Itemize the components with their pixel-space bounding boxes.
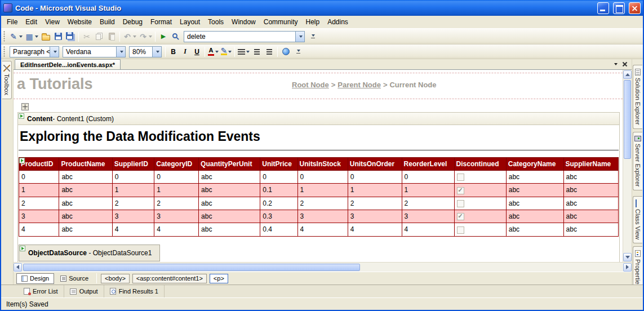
tab-strip-controls	[613, 61, 632, 69]
font-color-button[interactable]: A	[207, 46, 220, 58]
bold-button[interactable]: B	[167, 46, 179, 57]
new-item-button[interactable]	[8, 30, 24, 43]
toolbar-grip[interactable]	[3, 46, 6, 57]
toolbar-combobox[interactable]: delete	[184, 31, 305, 42]
tag-navigator-content[interactable]: <asp:content#content1>	[132, 274, 207, 283]
sidebar-tab-class-view[interactable]: Class View	[633, 196, 642, 243]
design-view-button[interactable]: Design	[16, 273, 54, 284]
combobox-dropdown-button[interactable]	[152, 47, 161, 57]
highlight-color-button[interactable]	[220, 46, 233, 58]
grid-cell: 4	[297, 223, 348, 236]
ods-control-detail: - ObjectDataSource1	[87, 249, 152, 257]
menu-debug[interactable]: Debug	[119, 16, 146, 28]
menu-build[interactable]: Build	[96, 16, 119, 28]
smart-tag-icon[interactable]	[19, 113, 24, 119]
tab-output[interactable]: Output	[64, 285, 104, 297]
document-list-dropdown-icon[interactable]	[614, 63, 618, 65]
vertical-scrollbar-thumb[interactable]	[624, 80, 631, 159]
column-header: ProductName	[59, 158, 112, 171]
tab-error-list[interactable]: Error List	[18, 285, 64, 297]
toolbar-overflow-button[interactable]	[292, 46, 304, 58]
copy-button[interactable]	[93, 30, 105, 43]
content-placeholder-control[interactable]: Content - Content1 (Custom) Exploring th…	[17, 112, 620, 262]
grid-cell: 0.2	[260, 197, 297, 210]
horizontal-scrollbar-thumb[interactable]	[23, 264, 360, 271]
add-item-button[interactable]	[24, 30, 39, 43]
sidebar-tab-solution-explorer[interactable]: Solution Explorer	[633, 65, 642, 129]
menu-format[interactable]: Format	[146, 16, 176, 28]
align-button[interactable]	[237, 46, 251, 58]
horizontal-scrollbar[interactable]	[14, 262, 632, 272]
toolbar-overflow-button[interactable]	[307, 30, 319, 43]
dropdown-caret-icon	[228, 51, 232, 53]
tab-editinsertdelete-aspx[interactable]: EditInsertDele...ionEvents.aspx*	[15, 59, 121, 69]
menu-community[interactable]: Community	[260, 16, 302, 28]
font-name-combobox[interactable]: Verdana	[63, 46, 126, 57]
column-header: UnitPrice	[260, 158, 297, 171]
toolbar-grip[interactable]	[3, 31, 6, 42]
content-control-header[interactable]: Content - Content1 (Custom)	[18, 113, 619, 125]
cut-button[interactable]	[81, 30, 93, 43]
move-handle-icon[interactable]	[21, 103, 29, 110]
menu-window[interactable]: Window	[228, 16, 260, 28]
error-list-icon	[24, 288, 30, 295]
redo-button[interactable]	[137, 30, 153, 43]
menu-view[interactable]: View	[41, 16, 64, 28]
table-row: 3 abc 3 3 abc 0.3 3 3 3	[19, 210, 619, 223]
objectdatasource-control[interactable]: ObjectDataSource - ObjectDataSource1	[19, 245, 160, 261]
grid-cell: 1	[402, 184, 454, 197]
scroll-down-button[interactable]	[623, 253, 632, 261]
menu-website[interactable]: Website	[64, 16, 96, 28]
tag-navigator-p[interactable]: <p>	[210, 274, 228, 283]
numbered-list-button[interactable]	[251, 46, 263, 58]
sidebar-tab-toolbox[interactable]: Toolbox	[2, 61, 12, 99]
scroll-up-button[interactable]	[623, 70, 632, 79]
grid-cell: 3	[112, 210, 154, 223]
smart-tag-icon[interactable]	[19, 158, 25, 163]
combobox-dropdown-button[interactable]	[50, 47, 59, 57]
close-button[interactable]	[629, 2, 641, 14]
masterpage-masthead: a Tutorials Root Node>Parent Node>Curren…	[14, 73, 623, 99]
font-size-combobox[interactable]: 80%	[129, 46, 162, 57]
scroll-left-button[interactable]	[14, 263, 22, 272]
tab-find-results[interactable]: Find Results 1	[104, 285, 165, 297]
scroll-right-button[interactable]	[623, 263, 632, 272]
menu-edit[interactable]: Edit	[21, 16, 41, 28]
minimize-button[interactable]	[597, 2, 609, 14]
font-size-value: 80%	[130, 48, 152, 56]
combobox-dropdown-button[interactable]	[116, 47, 125, 57]
italic-button[interactable]: I	[179, 46, 191, 57]
paste-button[interactable]	[105, 30, 118, 43]
sidebar-tab-server-explorer[interactable]: Server Explorer	[633, 132, 642, 190]
undo-button[interactable]	[122, 30, 137, 43]
arrow-right-icon	[626, 265, 629, 269]
source-view-button[interactable]: Source	[56, 273, 93, 284]
close-document-icon[interactable]	[622, 61, 628, 67]
save-all-button[interactable]	[64, 30, 77, 43]
grid-cell: 3	[154, 210, 199, 223]
menu-help[interactable]: Help	[301, 16, 323, 28]
smart-tag-icon[interactable]	[20, 246, 25, 251]
toolbar-separator	[165, 47, 166, 57]
menu-addins[interactable]: Addins	[323, 16, 352, 28]
find-in-files-button[interactable]	[170, 30, 182, 43]
maximize-button[interactable]	[613, 2, 625, 14]
bulleted-list-button[interactable]	[263, 46, 276, 58]
tag-navigator-body[interactable]: <body>	[101, 274, 130, 283]
combobox-dropdown-button[interactable]	[295, 32, 304, 42]
menu-tools[interactable]: Tools	[204, 16, 228, 28]
underline-button[interactable]: U	[191, 46, 203, 57]
column-header: QuantityPerUnit	[199, 158, 260, 171]
save-button[interactable]	[52, 30, 64, 43]
block-format-combobox[interactable]: Paragraph <	[10, 46, 59, 57]
open-file-button[interactable]	[39, 30, 52, 43]
design-canvas[interactable]: a Tutorials Root Node>Parent Node>Curren…	[14, 70, 623, 262]
menu-layout[interactable]: Layout	[176, 16, 204, 28]
vertical-scrollbar[interactable]	[623, 70, 632, 262]
play-icon	[159, 32, 168, 41]
menu-file[interactable]: File	[3, 16, 21, 28]
start-debugging-button[interactable]	[157, 30, 170, 43]
hyperlink-button[interactable]	[279, 46, 292, 58]
gridview-control[interactable]: ProductID ProductName SupplierID Categor…	[19, 157, 619, 237]
menu-bar: File Edit View Website Build Debug Forma…	[1, 16, 643, 29]
